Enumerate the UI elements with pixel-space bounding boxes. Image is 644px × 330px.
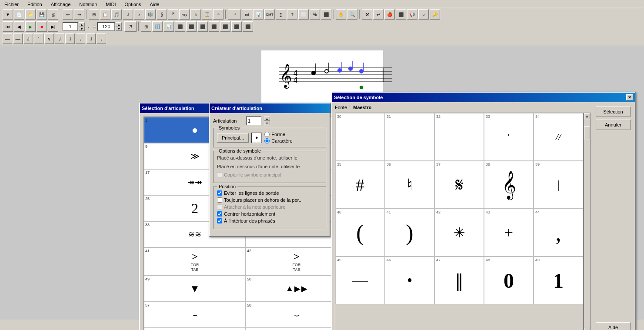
btn-note-5[interactable]: γ (44, 33, 54, 44)
symbol-dialog-titlebar[interactable]: Sélection de symbole ✕ (332, 93, 635, 102)
selection-btn[interactable]: Sélection (596, 107, 631, 117)
articulation-spin-down[interactable]: ▼ (264, 121, 270, 125)
toolbar-btn-15[interactable]: ♭ (190, 9, 201, 20)
toolbar-btn-19[interactable]: mf (242, 9, 252, 20)
symbol-cell-34[interactable]: 34 // (534, 113, 583, 161)
btn-back[interactable]: ◀ (14, 21, 24, 32)
toolbar-btn-10[interactable]: ♪ (134, 9, 144, 20)
btn-rewind[interactable]: ⏮ (3, 21, 13, 32)
btn-sec-6[interactable]: ⬛ (197, 21, 208, 32)
symbol-cell-32[interactable]: 32 (434, 113, 484, 161)
toolbar-btn-4[interactable]: 💾 (37, 9, 47, 20)
menu-item-options[interactable]: Options (123, 1, 143, 7)
symbol-cell-41[interactable]: 41 ) (385, 209, 434, 257)
toolbar-btn-17[interactable]: 𝄐 (213, 9, 224, 20)
toolbar-btn-23[interactable]: T (287, 9, 297, 20)
symbol-cell-37[interactable]: 37 𝄋 (434, 161, 484, 209)
toolbar-btn-9[interactable]: ♩ (123, 9, 133, 20)
toolbar-btn-8[interactable]: 🎵 (111, 9, 122, 20)
aide-btn[interactable]: Aide (596, 322, 631, 330)
articulation-spin-up[interactable]: ▲ (264, 117, 270, 121)
toolbar-btn-33[interactable]: 📢 (407, 9, 417, 20)
toolbar-btn-35[interactable]: 🔑 (430, 9, 440, 20)
btn-stop[interactable]: ■ (37, 21, 47, 32)
radio-forme-input[interactable] (264, 132, 270, 137)
measure-number-input[interactable]: 1 (63, 22, 78, 31)
scroll-thumb[interactable] (584, 126, 590, 139)
radio-caractere-input[interactable] (264, 138, 270, 143)
symbol-cell-47[interactable]: 47 ‖ (434, 257, 484, 304)
toolbar-btn-16[interactable]: ⌛ (202, 9, 212, 20)
btn-note-8[interactable]: ♩ (76, 33, 85, 44)
toolbar-btn-28[interactable]: 🔍 (347, 9, 357, 20)
symbol-cell-38[interactable]: 38 𝄞 (484, 161, 534, 209)
toolbar-btn-5[interactable]: 🖨 (48, 9, 58, 20)
btn-sec-2[interactable]: 🔢 (152, 21, 163, 32)
btn-metronome[interactable]: ⏱ (124, 21, 137, 32)
measure-up[interactable]: ▲ (79, 22, 85, 27)
avoid-staff-checkbox[interactable] (217, 190, 222, 196)
creator-dialog-titlebar[interactable]: Créateur d'articulation (210, 103, 330, 113)
articulation-input[interactable] (246, 117, 261, 125)
btn-note-2[interactable]: — (13, 33, 23, 44)
radio-forme[interactable]: Forme (264, 132, 292, 137)
copy-symbol-checkbox[interactable] (217, 172, 222, 177)
menu-item-help[interactable]: Aide (148, 1, 161, 7)
btn-forward[interactable]: ▶| (48, 21, 58, 32)
measure-down[interactable]: ▼ (79, 27, 85, 31)
symbol-cell-40[interactable]: 40 ( (335, 209, 385, 257)
toolbar-btn-14[interactable]: key (179, 9, 190, 20)
artic-cell-41[interactable]: 41 > FORTAB (144, 247, 246, 276)
artic-cell-57[interactable]: 57 ⌢ (144, 302, 246, 328)
toolbar-btn-12[interactable]: 𝄞 (157, 9, 167, 20)
center-h-checkbox[interactable] (217, 211, 222, 217)
toolbar-btn-29[interactable]: ⚒ (362, 9, 372, 20)
toolbar-btn-25[interactable]: % (310, 9, 320, 20)
symbol-cell-46[interactable]: 46 • (385, 257, 434, 304)
tempo-input[interactable]: 120 (97, 22, 115, 31)
inside-slurs-checkbox[interactable] (217, 218, 222, 223)
btn-sec-3[interactable]: 📊 (164, 21, 174, 32)
menu-item-midi[interactable]: MIDI (104, 1, 117, 7)
toolbar-btn-34[interactable]: ○ (418, 9, 429, 20)
btn-sec-10[interactable]: ⬛ (243, 21, 253, 32)
btn-sec-4[interactable]: ⬛ (175, 21, 185, 32)
menu-item-file[interactable]: Fichier (3, 1, 20, 7)
symbol-cell-43[interactable]: 43 + (484, 209, 534, 257)
symbol-cell-33[interactable]: 33 ′ (484, 113, 534, 161)
btn-note-1[interactable]: — (3, 33, 12, 44)
btn-note-3[interactable]: J (23, 33, 33, 44)
btn-sec-9[interactable]: ⬛ (231, 21, 242, 32)
toolbar-btn-3[interactable]: 📁 (25, 9, 36, 20)
toolbar-btn-7[interactable]: 📋 (100, 9, 110, 20)
symbol-cell-45[interactable]: 45 — (335, 257, 385, 304)
menu-item-edit[interactable]: Édition (26, 1, 44, 7)
artic-cell-49[interactable]: 49 ▼ (144, 276, 246, 302)
toolbar-btn-11[interactable]: 🎼 (145, 9, 156, 20)
btn-sec-1[interactable]: ⊞ (141, 21, 151, 32)
btn-sec-7[interactable]: ⬛ (209, 21, 219, 32)
toolbar-btn-redo[interactable]: ↪ (74, 9, 84, 20)
tempo-up[interactable]: ▲ (116, 22, 122, 27)
always-outside-checkbox[interactable] (217, 197, 222, 203)
tempo-down[interactable]: ▼ (116, 27, 122, 31)
btn-note-7[interactable]: ♩ (65, 33, 75, 44)
toolbar-btn-24[interactable]: ⬜ (298, 9, 309, 20)
symbol-cell-39[interactable]: 39 | (534, 161, 583, 209)
toolbar-btn-undo[interactable]: ↩ (63, 9, 73, 20)
toolbar-btn-2[interactable]: 📄 (14, 9, 24, 20)
symbol-cell-44[interactable]: 44 , (534, 209, 583, 257)
menu-item-view[interactable]: Affichage (49, 1, 73, 7)
toolbar-btn-1[interactable]: ▼ (3, 9, 13, 20)
toolbar-btn-18[interactable]: 𝄽 (228, 9, 241, 20)
artic-cell-open-1[interactable]: ○ (144, 328, 246, 330)
symbol-cell-35[interactable]: 35 # (335, 161, 385, 209)
toolbar-btn-32[interactable]: ⬛ (396, 9, 406, 20)
btn-note-10[interactable]: ♩ (97, 33, 106, 44)
symbol-cell-49[interactable]: 49 1 (534, 257, 583, 304)
btn-sec-5[interactable]: ⬛ (186, 21, 197, 32)
toolbar-btn-27[interactable]: ✋ (336, 9, 346, 20)
toolbar-btn-31[interactable]: 🍎 (384, 9, 395, 20)
toolbar-btn-13[interactable]: 𝄢 (168, 9, 178, 20)
attach-top-checkbox[interactable] (217, 204, 222, 210)
